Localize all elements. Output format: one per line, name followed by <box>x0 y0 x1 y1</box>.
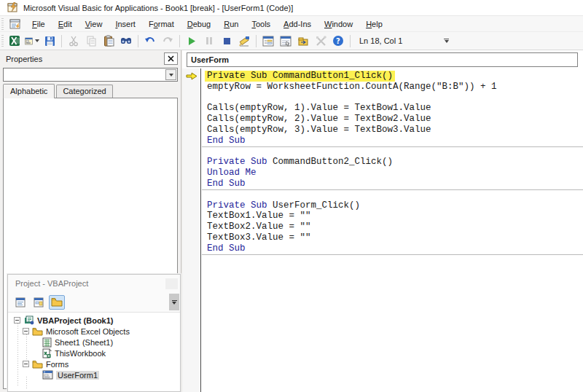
code-line: Private Sub UserForm_Click() <box>202 200 583 211</box>
code-line: End Sub <box>202 179 583 189</box>
code-editor[interactable]: Private Sub CommandButton1_Click()emptyR… <box>182 68 583 392</box>
svg-text:?: ? <box>336 37 340 45</box>
run-icon[interactable] <box>184 34 200 49</box>
menu-edit[interactable]: Edit <box>52 17 79 31</box>
code-object-dropdown[interactable]: UserForm <box>187 52 578 67</box>
toolbar-items: ?Ln 18, Col 1 <box>6 34 451 49</box>
standard-toolbar: ?Ln 18, Col 1 <box>0 32 583 50</box>
toolbar-separator <box>179 35 180 47</box>
child-window-icon[interactable] <box>9 19 21 29</box>
line-col-indicator: Ln 18, Col 1 <box>359 36 402 45</box>
code-lines: Private Sub CommandButton1_Click()emptyR… <box>202 71 583 264</box>
title-bar: Microsoft Visual Basic for Applications … <box>0 0 583 16</box>
margin-indicator-bar <box>182 68 201 392</box>
break-icon <box>201 34 217 49</box>
excel-app-icon[interactable] <box>7 34 23 49</box>
collapse-expander[interactable] <box>23 328 29 334</box>
design-mode-icon[interactable] <box>236 34 252 49</box>
view-code-icon[interactable] <box>12 295 28 310</box>
toolbar-separator <box>256 35 257 47</box>
menu-insert[interactable]: Insert <box>109 17 142 31</box>
properties-header: Properties <box>0 50 181 67</box>
cut-icon <box>66 34 82 49</box>
collapse-expander[interactable] <box>14 317 20 324</box>
code-line: Calls(emptyRow, 3).Value = TextBow3.Valu… <box>202 125 583 136</box>
toolbox-icon <box>313 34 329 49</box>
form-icon <box>42 370 53 380</box>
code-line: Calls(emptyRow, 1).Value = TextBow1.Valu… <box>202 103 583 114</box>
menu-addins[interactable]: Add-Ins <box>277 17 318 31</box>
view-object-icon[interactable] <box>31 295 47 310</box>
code-line: Unload Me <box>202 168 583 179</box>
tree-item-label: ThisWorkbook <box>55 349 106 358</box>
menu-tools[interactable]: Tools <box>245 17 277 31</box>
properties-object-dropdown[interactable] <box>3 68 178 82</box>
code-line: TextBox3.Value = "" <box>202 232 583 243</box>
tree-item-thisworkbook[interactable]: ThisWorkbook <box>9 348 180 358</box>
project-explorer-icon[interactable] <box>260 34 276 49</box>
project-panel: Project - VBAProject VBAProject (Book1)M… <box>7 274 181 392</box>
tree-item-microsoft-excel-objects[interactable]: Microsoft Excel Objects <box>9 326 180 337</box>
code-line: TextBox1.Value = "" <box>202 211 583 222</box>
project-title: Project - VBAProject <box>15 279 88 288</box>
copy-icon <box>83 34 99 49</box>
window-title: Microsoft Visual Basic for Applications … <box>23 4 293 12</box>
object-browser-icon[interactable] <box>295 34 311 49</box>
sheet-icon <box>42 337 52 348</box>
project-toolbar <box>8 292 180 312</box>
code-line: End Sub <box>202 136 583 146</box>
code-line <box>202 189 583 200</box>
menu-debug[interactable]: Debug <box>181 17 217 31</box>
mdi-area: Properties Alphabetic Categorized Projec… <box>0 50 583 392</box>
code-line <box>202 93 583 103</box>
undo-icon[interactable] <box>142 34 158 49</box>
find-icon[interactable] <box>118 34 134 49</box>
properties-window-icon[interactable] <box>278 34 294 49</box>
tree-item-vbaproject-book1[interactable]: VBAProject (Book1) <box>9 315 180 326</box>
toolbar-grip <box>1 35 4 47</box>
properties-close-button[interactable] <box>164 52 178 65</box>
project-toolbar-overflow-button[interactable] <box>169 294 179 310</box>
tree-item-label: VBAProject (Book1) <box>37 316 114 325</box>
menu-format[interactable]: Format <box>142 17 181 31</box>
menu-view[interactable]: View <box>79 17 109 31</box>
menu-bar: FileEditViewInsertFormatDebugRunToolsAdd… <box>0 16 583 32</box>
code-line <box>202 254 583 265</box>
reset-icon[interactable] <box>219 34 235 49</box>
menu-items: FileEditViewInsertFormatDebugRunToolsAdd… <box>26 20 389 28</box>
save-icon[interactable] <box>42 34 58 49</box>
code-line: Calls(emptyRow, 2).Value = TextBow2.Valu… <box>202 114 583 125</box>
menu-run[interactable]: Run <box>217 17 245 31</box>
code-line: emptyRow = WorksheetFunction.CountA(Rang… <box>202 82 583 93</box>
tree-item-userform1[interactable]: UserForm1 <box>9 369 180 380</box>
tree-item-sheet1-sheet1[interactable]: Sheet1 (Sheet1) <box>9 337 180 348</box>
project-tree: VBAProject (Book1)Microsoft Excel Object… <box>8 312 180 391</box>
menubar-grip <box>1 18 4 30</box>
project-header[interactable]: Project - VBAProject <box>8 275 180 292</box>
folder-icon <box>32 360 43 369</box>
toolbar-separator <box>138 35 138 47</box>
menu-window[interactable]: Window <box>318 17 359 31</box>
paste-icon[interactable] <box>101 34 117 49</box>
menu-help[interactable]: Help <box>359 17 389 31</box>
chevron-down-icon[interactable] <box>165 69 176 80</box>
help-icon[interactable]: ? <box>330 34 346 49</box>
execution-point-arrow-icon <box>186 72 197 82</box>
insert-userform-icon[interactable] <box>24 34 40 49</box>
workbook-icon <box>42 348 52 358</box>
code-object-value: UserForm <box>191 55 229 64</box>
redo-icon <box>160 34 176 49</box>
vba-app-icon <box>7 2 18 14</box>
project-close-button[interactable] <box>165 278 178 289</box>
tree-item-forms[interactable]: Forms <box>9 358 180 369</box>
folder-icon <box>32 327 43 336</box>
toolbar-separator <box>350 35 351 47</box>
menu-file[interactable]: File <box>26 17 52 31</box>
toolbar-overflow-button[interactable] <box>442 34 451 49</box>
tree-item-label: Microsoft Excel Objects <box>46 327 130 336</box>
code-line: Private Sub CommandButton2_Click() <box>202 157 583 168</box>
collapse-expander[interactable] <box>23 361 29 367</box>
tab-alphabetic[interactable]: Alphabetic <box>3 84 55 98</box>
tab-categorized[interactable]: Categorized <box>56 85 112 98</box>
toggle-folders-icon[interactable] <box>49 295 65 310</box>
